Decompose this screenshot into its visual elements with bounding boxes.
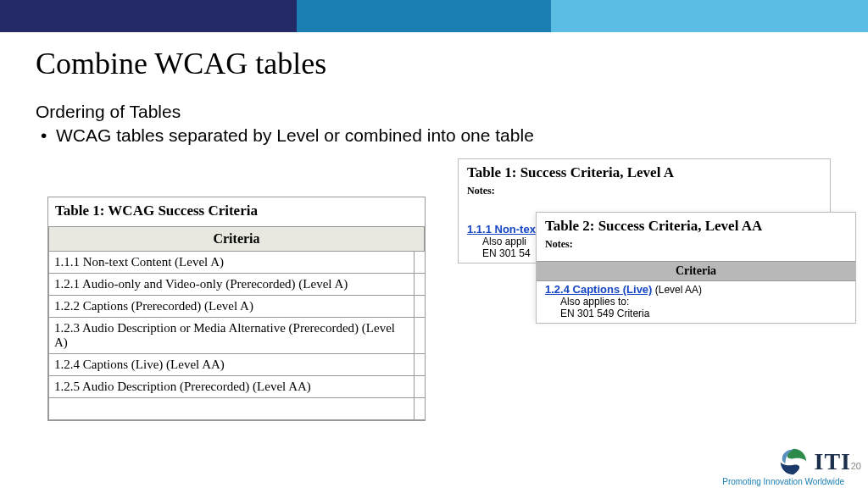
table-row: 1.2.2 Captions (Prerecorded) (Level A): [49, 296, 425, 318]
criteria-cell: 1.2.4 Captions (Live) (Level AA): [49, 354, 415, 376]
level-aa-criteria-header: Criteria: [537, 261, 855, 281]
level-a-notes-label: Notes:: [459, 183, 830, 208]
slide-title: Combine WCAG tables: [36, 46, 326, 81]
bullet-text: WCAG tables separated by Level or combin…: [56, 125, 534, 145]
level-aa-sub2: EN 301 549 Criteria: [537, 308, 855, 323]
page-number: 20: [851, 461, 861, 471]
body-heading: Ordering of Tables: [36, 102, 181, 122]
slide: Combine WCAG tables Ordering of Tables •…: [0, 0, 868, 488]
criteria-cell: 1.2.3 Audio Description or Media Alterna…: [49, 318, 415, 354]
top-color-bar: [0, 0, 868, 32]
table-row: 1.2.1 Audio-only and Video-only (Prereco…: [49, 274, 425, 296]
combined-table-header: Criteria: [49, 227, 425, 252]
level-aa-link[interactable]: 1.2.4 Captions (Live): [545, 283, 652, 296]
bar-segment-teal: [297, 0, 551, 32]
footer: ITI: [777, 446, 851, 478]
globe-swirl-icon: [777, 446, 810, 478]
criteria-cell: [49, 398, 415, 420]
criteria-cell: 1.2.1 Audio-only and Video-only (Prereco…: [49, 274, 415, 296]
table-row: 1.2.5 Audio Description (Prerecorded) (L…: [49, 376, 425, 398]
combined-table-panel: Table 1: WCAG Success Criteria Criteria …: [47, 197, 426, 421]
table-row: 1.2.3 Audio Description or Media Alterna…: [49, 318, 425, 354]
criteria-cell: 1.2.5 Audio Description (Prerecorded) (L…: [49, 376, 415, 398]
level-aa-row: 1.2.4 Captions (Live) (Level AA): [537, 281, 855, 296]
combined-table: Criteria 1.1.1 Non-text Content (Level A…: [48, 226, 425, 420]
level-aa-panel: Table 2: Success Criteria, Level AA Note…: [536, 212, 856, 324]
table-row: 1.1.1 Non-text Content (Level A): [49, 252, 425, 274]
level-a-title: Table 1: Success Criteria, Level A: [459, 159, 830, 183]
bullet-dot-icon: •: [41, 125, 56, 146]
bullet-row: •WCAG tables separated by Level or combi…: [41, 125, 534, 146]
table-row: 1.2.4 Captions (Live) (Level AA): [49, 354, 425, 376]
criteria-cell: 1.2.2 Captions (Prerecorded) (Level A): [49, 296, 415, 318]
level-aa-notes-label: Notes:: [537, 236, 855, 261]
level-aa-sub1: Also applies to:: [537, 296, 855, 308]
footer-tagline: Promoting Innovation Worldwide: [722, 477, 844, 486]
combined-table-title: Table 1: WCAG Success Criteria: [48, 197, 425, 226]
level-aa-level: (Level AA): [652, 284, 702, 296]
table-row: [49, 398, 425, 420]
iti-brand-text: ITI: [815, 448, 851, 475]
iti-logo: ITI: [777, 446, 851, 478]
bar-segment-sky: [551, 0, 868, 32]
criteria-cell: 1.1.1 Non-text Content (Level A): [49, 252, 415, 274]
bar-segment-navy: [0, 0, 297, 32]
level-aa-title: Table 2: Success Criteria, Level AA: [537, 213, 855, 236]
